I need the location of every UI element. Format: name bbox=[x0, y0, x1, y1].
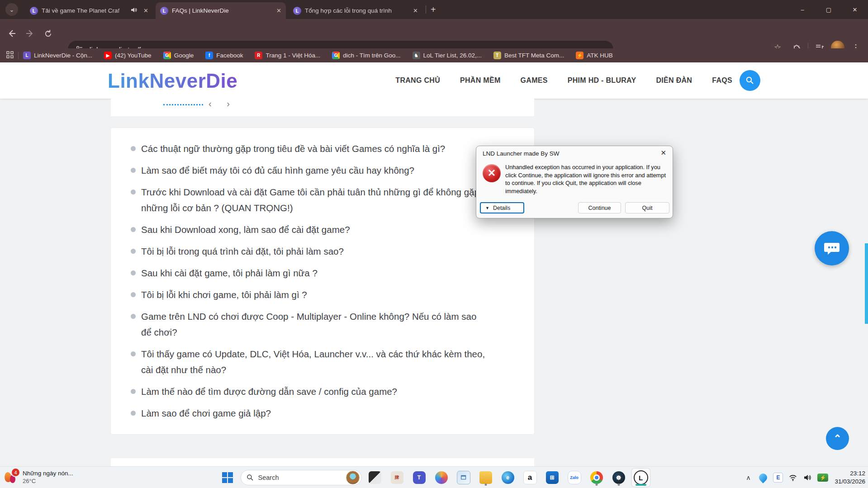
slider-arrows[interactable]: ‹ › bbox=[209, 99, 236, 109]
bookmark-label: dich - Tìm trên Goo... bbox=[343, 52, 400, 59]
faq-question-link[interactable]: Làm sao để biết máy tôi có đủ cấu hình g… bbox=[131, 162, 487, 178]
bookmark-label: ATK HUB bbox=[587, 52, 613, 59]
tab-tong-hop-loi[interactable]: L Tổng hợp các lỗi trong quá trình ✕ bbox=[289, 2, 422, 19]
forward-button[interactable] bbox=[22, 25, 38, 42]
nav-item[interactable]: DIỄN ĐÀN bbox=[656, 76, 692, 85]
dialog-close-icon[interactable]: ✕ bbox=[660, 149, 666, 157]
details-button[interactable]: ▼ Details bbox=[480, 202, 524, 213]
tab-search-button[interactable]: ⌄ bbox=[5, 3, 18, 16]
taskbar: 4 Những ngày nón... 26°C Search bbox=[0, 466, 868, 488]
taskbar-icon-taskview[interactable] bbox=[366, 469, 384, 487]
taskbar-icon-zalo[interactable]: Zalo bbox=[565, 469, 583, 487]
faq-question-link[interactable]: Tôi bị lỗi trong quá trình cài đặt, tôi … bbox=[131, 243, 487, 259]
bookmark-favicon: ♞ bbox=[413, 52, 420, 59]
scroll-to-top-button[interactable]: ⌃ bbox=[826, 427, 849, 450]
tab-title: Tải về game The Planet Craf bbox=[42, 7, 130, 14]
chat-bubble-button[interactable] bbox=[815, 231, 849, 265]
window-close-button[interactable]: ✕ bbox=[842, 6, 868, 13]
nav-item[interactable]: TRANG CHỦ bbox=[395, 76, 440, 85]
taskbar-search-box[interactable]: Search bbox=[241, 470, 362, 485]
app-icon bbox=[479, 471, 492, 484]
tab-close-icon[interactable]: ✕ bbox=[276, 7, 281, 14]
continue-button[interactable]: Continue bbox=[578, 202, 621, 213]
bookmark-item[interactable]: L LinkNeverDie - Cộn... bbox=[23, 52, 92, 59]
battery-icon[interactable]: ⚡ bbox=[817, 472, 829, 483]
weather-temperature: 26°C bbox=[23, 478, 73, 484]
tab-planet-craft[interactable]: L Tải về game The Planet Craf ✕ bbox=[25, 2, 153, 19]
taskbar-icon-store[interactable]: ⊞ bbox=[543, 469, 561, 487]
weather-widget[interactable]: 4 Những ngày nón... 26°C bbox=[4, 469, 73, 486]
site-search-button[interactable] bbox=[740, 70, 760, 91]
search-highlight-image[interactable] bbox=[346, 471, 360, 484]
taskbar-icon-explorer[interactable] bbox=[477, 469, 495, 487]
new-tab-button[interactable]: + bbox=[431, 5, 436, 15]
error-icon: ✕ bbox=[483, 164, 501, 182]
nav-item[interactable]: PHIM HD - BLURAY bbox=[568, 76, 636, 85]
wifi-icon[interactable] bbox=[787, 472, 799, 483]
browser-toolbar: linkneverdie.top/faqs ☆ ⋮ bbox=[0, 19, 868, 48]
taskbar-icon-amazon[interactable]: a bbox=[521, 469, 539, 487]
tab-audio-icon[interactable] bbox=[131, 7, 137, 14]
bookmark-item[interactable]: ▶ (42) YouTube bbox=[104, 52, 152, 59]
volume-icon[interactable] bbox=[802, 472, 814, 483]
faq-question-link[interactable]: Làm thế nào để tìm được đường dẫn save /… bbox=[131, 384, 487, 399]
nav-item[interactable]: PHẦN MỀM bbox=[460, 76, 501, 85]
tab-faqs-active[interactable]: L FAQs | LinkNeverDie ✕ bbox=[156, 2, 286, 19]
bookmark-item[interactable]: G dich - Tìm trên Goo... bbox=[332, 52, 400, 59]
taskbar-icon-chrome[interactable] bbox=[588, 469, 606, 487]
bookmark-item[interactable]: G Google bbox=[163, 52, 194, 59]
taskbar-icon-photos[interactable]: 🗔 bbox=[455, 469, 473, 487]
tab-close-icon[interactable]: ✕ bbox=[413, 7, 418, 14]
faq-question-link[interactable]: Trước khi Download và cài đặt Game tôi c… bbox=[131, 184, 487, 216]
faq-question-link[interactable]: Tôi bị lỗi khi chơi game, tôi phải làm g… bbox=[131, 287, 487, 303]
page-scrollbar-thumb[interactable] bbox=[865, 243, 868, 324]
apps-grid-icon[interactable] bbox=[6, 51, 14, 60]
dotted-link-underline[interactable] bbox=[163, 104, 203, 105]
tray-date: 31/03/2026 bbox=[835, 478, 865, 486]
nav-item[interactable]: FAQS bbox=[712, 76, 732, 85]
bookmark-label: Best TFT Meta Com... bbox=[504, 52, 564, 59]
window-maximize-button[interactable]: ▢ bbox=[816, 6, 842, 13]
bookmark-item[interactable]: ♞ LoL Tier List, 26.02,... bbox=[413, 52, 482, 59]
bookmark-item[interactable]: R Trang 1 - Việt Hóa... bbox=[255, 52, 320, 59]
window-minimize-button[interactable]: – bbox=[789, 6, 816, 13]
taskbar-icon-lnd[interactable]: L bbox=[632, 469, 650, 487]
site-logo[interactable]: LinkNeverDie bbox=[108, 70, 237, 92]
faq-question-link[interactable]: Tôi thấy game có Update, DLC, Việt Hóa, … bbox=[131, 346, 487, 378]
faq-question-link[interactable]: Làm sao để chơi game giả lập? bbox=[131, 405, 487, 421]
deepl-tray-icon[interactable] bbox=[757, 472, 769, 483]
app-icon: T bbox=[413, 471, 426, 484]
taskbar-icon-mahjong[interactable]: 牌 bbox=[388, 469, 406, 487]
back-button[interactable] bbox=[4, 25, 20, 42]
taskbar-icon-copilot[interactable] bbox=[432, 469, 451, 487]
app-icon: Zalo bbox=[568, 471, 581, 484]
taskbar-icon-edge[interactable]: e bbox=[499, 469, 517, 487]
start-button[interactable] bbox=[218, 469, 237, 487]
e-app-tray-icon[interactable]: E bbox=[772, 472, 784, 483]
bookmark-favicon: ▶ bbox=[104, 52, 112, 59]
faq-question-link[interactable]: Sau khi cài đặt game, tôi phải làm gì nữ… bbox=[131, 265, 487, 281]
taskbar-icon-teams[interactable]: T bbox=[410, 469, 428, 487]
quit-button[interactable]: Quit bbox=[625, 202, 669, 213]
bookmark-item[interactable]: T Best TFT Meta Com... bbox=[493, 52, 564, 59]
weather-icon: 4 bbox=[4, 469, 19, 486]
tab-close-icon[interactable]: ✕ bbox=[143, 7, 148, 14]
bookmark-favicon: G bbox=[163, 52, 171, 59]
search-placeholder: Search bbox=[258, 474, 342, 481]
bookmark-item[interactable]: f Facebook bbox=[205, 52, 243, 59]
app-icon bbox=[369, 471, 381, 484]
running-app-dot bbox=[617, 483, 620, 486]
nav-item[interactable]: GAMES bbox=[521, 76, 548, 85]
taskbar-icon-steam[interactable]: ☸ bbox=[610, 469, 628, 487]
bookmark-favicon: L bbox=[23, 52, 31, 59]
bookmark-favicon: G bbox=[332, 52, 340, 59]
bookmark-label: LinkNeverDie - Cộn... bbox=[34, 52, 92, 59]
faq-question-link[interactable]: Sau khi Download xong, làm sao để cài đặ… bbox=[131, 222, 487, 237]
bookmark-item[interactable]: ⚡ ATK HUB bbox=[576, 52, 613, 59]
faq-question-link[interactable]: Game trên LND có chơi được Coop - Multip… bbox=[131, 308, 487, 340]
faq-question-link[interactable]: Các thuật ngữ thường gặp trong tiêu đề v… bbox=[131, 141, 487, 156]
tray-chevron-icon[interactable]: ᴧ bbox=[742, 472, 754, 483]
search-icon bbox=[247, 474, 254, 481]
reload-button[interactable] bbox=[40, 25, 56, 42]
clock-widget[interactable]: 23:12 31/03/2026 bbox=[835, 469, 865, 486]
